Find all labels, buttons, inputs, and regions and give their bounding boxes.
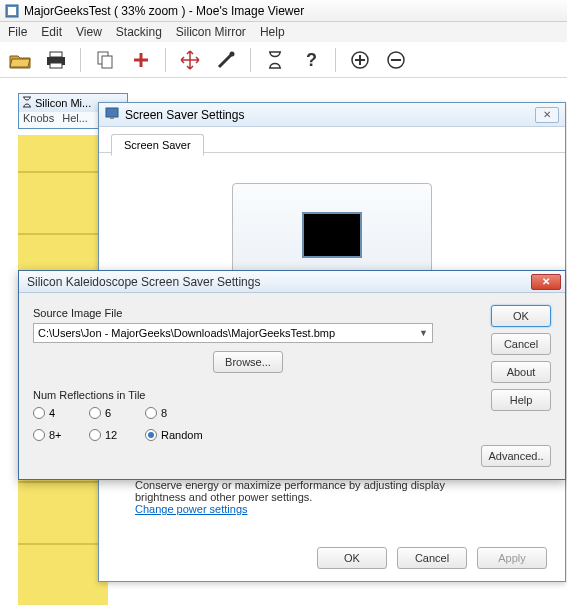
cancel-button[interactable]: Cancel [397,547,467,569]
reflections-label: Num Reflections in Tile [33,389,551,401]
reflections-radio-group: 4 6 8 8+ 12 Random [33,407,551,441]
radio-4[interactable]: 4 [33,407,89,419]
dialog-side-buttons: OK Cancel About Help [491,305,551,411]
menu-help[interactable]: Hel... [62,112,88,128]
radio-12[interactable]: 12 [89,429,145,441]
cancel-button[interactable]: Cancel [491,333,551,355]
radio-8plus[interactable]: 8+ [33,429,89,441]
source-image-path: C:\Users\Jon - MajorGeeks\Downloads\Majo… [38,327,335,339]
main-toolbar: ? [0,42,567,78]
source-image-combo[interactable]: C:\Users\Jon - MajorGeeks\Downloads\Majo… [33,323,433,343]
separator [165,48,166,72]
dialog-title: Silicon Kaleidoscope Screen Saver Settin… [27,275,531,289]
screensaver-titlebar[interactable]: Screen Saver Settings ✕ [99,103,565,127]
svg-rect-12 [110,117,114,119]
menu-stacking[interactable]: Stacking [116,25,162,39]
menu-help[interactable]: Help [260,25,285,39]
ok-button[interactable]: OK [491,305,551,327]
screensaver-icon [105,106,119,123]
add-icon[interactable] [127,46,155,74]
menu-edit[interactable]: Edit [41,25,62,39]
svg-rect-1 [8,7,16,15]
svg-rect-4 [50,63,62,68]
close-button[interactable]: ✕ [531,274,561,290]
about-button[interactable]: About [491,361,551,383]
energy-text: Conserve energy or maximize performance … [135,479,541,515]
radio-random[interactable]: Random [145,429,225,441]
silicon-mirror-title: Silicon Mi... [35,97,91,109]
change-power-settings-link[interactable]: Change power settings [135,503,248,515]
hourglass-icon[interactable] [261,46,289,74]
browse-button[interactable]: Browse... [213,351,283,373]
move-icon[interactable] [176,46,204,74]
close-button[interactable]: ✕ [535,107,559,123]
svg-rect-2 [50,52,62,57]
question-icon[interactable]: ? [297,46,325,74]
preview-screen [302,212,362,258]
separator [335,48,336,72]
print-icon[interactable] [42,46,70,74]
svg-point-7 [230,51,235,56]
dialog-titlebar[interactable]: Silicon Kaleidoscope Screen Saver Settin… [19,271,565,293]
advanced-button[interactable]: Advanced.. [481,445,551,467]
zoom-in-icon[interactable] [346,46,374,74]
app-icon [4,3,20,19]
chevron-down-icon: ▼ [419,328,428,338]
open-icon[interactable] [6,46,34,74]
separator [250,48,251,72]
help-button[interactable]: Help [491,389,551,411]
copy-icon[interactable] [91,46,119,74]
main-title: MajorGeeksTest ( 33% zoom ) - Moe's Imag… [24,4,304,18]
svg-rect-6 [102,56,112,68]
main-menubar: File Edit View Stacking Silicon Mirror H… [0,22,567,42]
kaleidoscope-settings-dialog: Silicon Kaleidoscope Screen Saver Settin… [18,270,566,480]
svg-text:?: ? [306,50,317,70]
tab-strip: Screen Saver [99,127,565,153]
dialog-buttons: OK Cancel Apply [317,547,547,569]
menu-view[interactable]: View [76,25,102,39]
radio-8[interactable]: 8 [145,407,225,419]
menu-silicon-mirror[interactable]: Silicon Mirror [176,25,246,39]
screensaver-title: Screen Saver Settings [125,108,244,122]
wand-icon[interactable] [212,46,240,74]
hourglass-icon [22,96,32,110]
separator [80,48,81,72]
zoom-out-icon[interactable] [382,46,410,74]
apply-button[interactable]: Apply [477,547,547,569]
ok-button[interactable]: OK [317,547,387,569]
menu-knobs[interactable]: Knobs [23,112,54,128]
source-image-label: Source Image File [33,307,551,319]
menu-file[interactable]: File [8,25,27,39]
tab-screen-saver[interactable]: Screen Saver [111,134,204,156]
svg-rect-11 [106,108,118,117]
radio-6[interactable]: 6 [89,407,145,419]
main-titlebar: MajorGeeksTest ( 33% zoom ) - Moe's Imag… [0,0,567,22]
